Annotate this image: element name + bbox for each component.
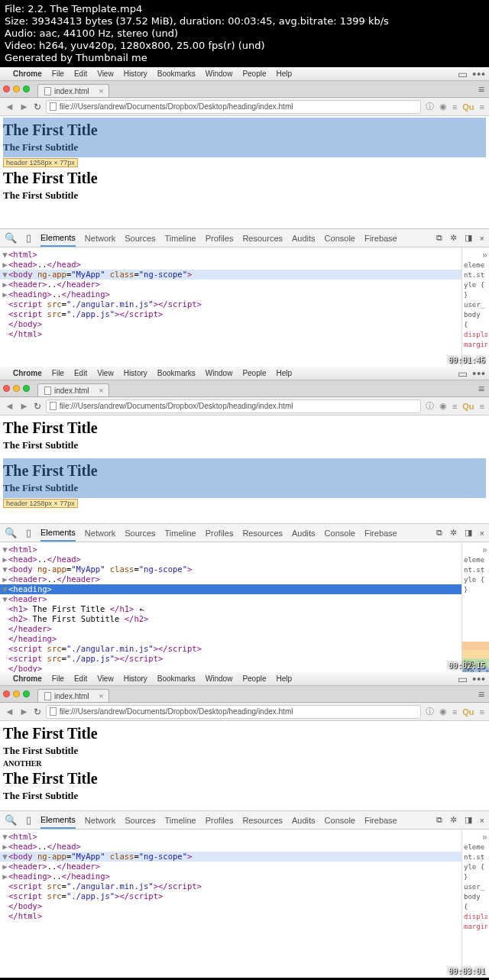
dom-node[interactable]: ▶<head>..</head> xyxy=(0,555,461,564)
devtools-tab-network[interactable]: Network xyxy=(85,816,115,825)
browser-tabbar[interactable]: index.html× ≡ xyxy=(0,686,489,703)
menu-people[interactable]: People xyxy=(242,369,266,377)
menu-chrome[interactable]: Chrome xyxy=(13,70,42,78)
dom-node[interactable]: <h2> The First Subtitle </h2> xyxy=(0,614,461,624)
more-icon[interactable]: ••• xyxy=(472,674,486,684)
qu-icon[interactable]: Qu xyxy=(462,102,474,112)
menu-window[interactable]: Window xyxy=(206,70,233,78)
dom-node[interactable]: <script src="./app.js"></script> xyxy=(0,309,461,319)
back-icon[interactable]: ◄ xyxy=(5,706,15,717)
devtools-tab-resources[interactable]: Resources xyxy=(242,529,283,538)
menu-chrome[interactable]: Chrome xyxy=(13,369,42,377)
back-icon[interactable]: ◄ xyxy=(5,101,15,112)
menu-edit[interactable]: Edit xyxy=(74,369,87,377)
dom-node[interactable]: ▼<heading> xyxy=(0,584,461,594)
browser-tabbar[interactable]: index.html× ≡ xyxy=(0,81,489,98)
devtools-tab-timeline[interactable]: Timeline xyxy=(165,816,196,825)
devtools-tab-timeline[interactable]: Timeline xyxy=(165,529,196,538)
devtools-tab-console[interactable]: Console xyxy=(325,529,355,538)
devtools-tab-firebase[interactable]: Firebase xyxy=(364,529,397,538)
devtools-tab-profiles[interactable]: Profiles xyxy=(206,529,234,538)
menu-help[interactable]: Help xyxy=(277,674,293,683)
dom-node[interactable]: ▼<body ng-app="MyApp" class="ng-scope"> xyxy=(0,852,461,862)
browser-tab[interactable]: index.html× xyxy=(37,84,109,97)
close-icon[interactable]: × xyxy=(99,86,103,95)
hamburger-icon[interactable]: ≡ xyxy=(480,102,484,112)
dom-node[interactable]: </body> xyxy=(0,901,461,911)
dom-node[interactable]: ▼<html> xyxy=(0,545,461,555)
dom-node[interactable]: </header> xyxy=(0,624,461,634)
menu-file[interactable]: File xyxy=(52,369,64,377)
menu-edit[interactable]: Edit xyxy=(74,70,87,78)
devtools-tab-audits[interactable]: Audits xyxy=(292,529,316,538)
info-icon[interactable]: ⓘ xyxy=(426,101,434,112)
menu-window[interactable]: Window xyxy=(206,369,233,377)
devtools-tab-sources[interactable]: Sources xyxy=(125,234,155,243)
menu-history[interactable]: History xyxy=(124,70,147,78)
dom-node[interactable]: ▶<head>..</head> xyxy=(0,842,461,852)
menu-file[interactable]: File xyxy=(52,70,64,78)
dom-node[interactable]: ▼<html> xyxy=(0,250,461,260)
devtools-tab-audits[interactable]: Audits xyxy=(292,234,316,243)
dom-node[interactable]: ▼<body ng-app="MyApp" class="ng-scope"> xyxy=(0,564,461,574)
more-icon[interactable]: ••• xyxy=(472,69,486,79)
search-icon[interactable]: 🔍 xyxy=(5,814,17,826)
menu-help[interactable]: Help xyxy=(277,369,293,377)
window-controls[interactable] xyxy=(3,86,30,92)
browser-tab[interactable]: index.html× xyxy=(37,689,109,702)
styles-pane[interactable]: »element.style {}ing -uto × aut- xyxy=(461,542,489,684)
mac-menubar[interactable]: ChromeFileEditViewHistoryBookmarksWindow… xyxy=(0,672,489,686)
dom-tree[interactable]: ▼<html>▶<head>..</head>▼<body ng-app="My… xyxy=(0,247,461,376)
devtools-tab-network[interactable]: Network xyxy=(85,529,115,538)
devtools-tab-timeline[interactable]: Timeline xyxy=(165,234,196,243)
db-icon[interactable]: ≡ xyxy=(452,102,457,112)
dom-node[interactable]: ▼<body ng-app="MyApp" class="ng-scope"> xyxy=(0,270,461,280)
browser-tab[interactable]: index.html× xyxy=(37,383,109,396)
dom-node[interactable]: ▶<header>..</header> xyxy=(0,574,461,584)
dom-inspector[interactable]: ▼<html>▶<head>..</head>▼<body ng-app="My… xyxy=(0,542,489,684)
device-icon[interactable]: ▯ xyxy=(26,527,31,539)
browser-tabbar[interactable]: index.html× ≡ xyxy=(0,380,489,397)
menu-people[interactable]: People xyxy=(242,674,266,683)
menu-file[interactable]: File xyxy=(52,674,64,683)
menu-view[interactable]: View xyxy=(97,674,114,683)
menu-edit[interactable]: Edit xyxy=(74,674,87,683)
back-icon[interactable]: ◄ xyxy=(5,400,15,412)
menu-history[interactable]: History xyxy=(124,369,147,377)
devtools-tabbar[interactable]: 🔍 ▯ ElementsNetworkSourcesTimelineProfil… xyxy=(0,523,489,542)
devtools-tab-elements[interactable]: Elements xyxy=(40,528,76,542)
devtools-tabbar[interactable]: 🔍 ▯ ElementsNetworkSourcesTimelineProfil… xyxy=(0,810,489,830)
styles-pane[interactable]: »element.style {}user_body{displamargin xyxy=(461,247,489,376)
window-controls[interactable] xyxy=(3,385,30,392)
device-icon[interactable]: ▯ xyxy=(26,814,31,826)
window-controls[interactable] xyxy=(3,691,30,697)
devtools-tab-elements[interactable]: Elements xyxy=(40,815,76,829)
dom-node[interactable]: </html> xyxy=(0,911,461,921)
devtools-tab-console[interactable]: Console xyxy=(325,234,355,243)
url-field[interactable]: file:///Users/andrew/Documents/Dropbox/D… xyxy=(46,399,421,413)
devtools-tab-firebase[interactable]: Firebase xyxy=(364,234,397,243)
menu-bookmarks[interactable]: Bookmarks xyxy=(157,674,196,683)
devtools-tab-profiles[interactable]: Profiles xyxy=(206,816,234,825)
reload-icon[interactable]: ↻ xyxy=(34,102,41,112)
dom-tree[interactable]: ▼<html>▶<head>..</head>▼<body ng-app="My… xyxy=(0,542,461,684)
dom-node[interactable]: </html> xyxy=(0,329,461,339)
drawer-icon[interactable]: ⧉ xyxy=(436,233,442,243)
dom-node[interactable]: ▶<heading>..</heading> xyxy=(0,289,461,299)
devtools-tab-audits[interactable]: Audits xyxy=(292,816,316,825)
devtools-tab-resources[interactable]: Resources xyxy=(242,234,283,243)
url-field[interactable]: file:///Users/andrew/Documents/Dropbox/D… xyxy=(46,100,421,114)
dom-node[interactable]: </body> xyxy=(0,319,461,329)
dom-node[interactable]: <h1> The First Title </h1> ↖ xyxy=(0,604,461,614)
close-icon[interactable]: × xyxy=(99,386,103,395)
dom-node[interactable]: ▼<html> xyxy=(0,832,461,842)
mac-menubar[interactable]: ChromeFileEditViewHistoryBookmarksWindow… xyxy=(0,67,489,81)
menu-icon[interactable]: ≡ xyxy=(478,383,484,395)
dom-node[interactable]: <script src="./angular.min.js"></script> xyxy=(0,299,461,309)
dom-inspector[interactable]: ▼<html>▶<head>..</head>▼<body ng-app="My… xyxy=(0,830,489,978)
menu-chrome[interactable]: Chrome xyxy=(13,674,42,683)
menu-view[interactable]: View xyxy=(97,70,114,78)
devtools-tab-sources[interactable]: Sources xyxy=(125,816,155,825)
close-icon[interactable]: × xyxy=(480,234,484,243)
devtools-tab-network[interactable]: Network xyxy=(85,234,115,243)
